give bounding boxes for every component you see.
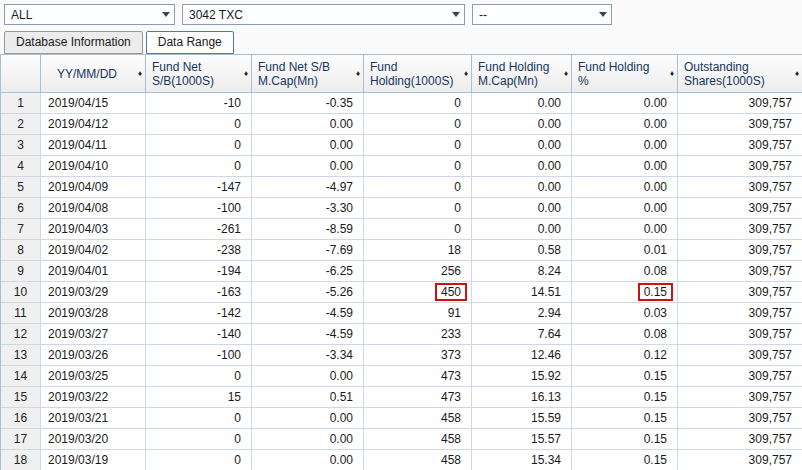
cell-fund_holding_mcap: 0.00: [472, 156, 572, 177]
chevron-down-icon[interactable]: [447, 5, 464, 24]
cell-date: 2019/04/10: [41, 156, 146, 177]
cell-fund_holding: 91: [364, 303, 472, 324]
sort-diamond-icon: ♦: [795, 70, 799, 78]
cell-fund_holding: 0: [364, 219, 472, 240]
table-row[interactable]: 32019/04/1100.0000.000.00309,757: [1, 135, 802, 156]
cell-fund_net_sb: -238: [146, 240, 252, 261]
table-row[interactable]: 42019/04/1000.0000.000.00309,757: [1, 156, 802, 177]
table-row[interactable]: 92019/04/01-194-6.252568.240.08309,757: [1, 261, 802, 282]
column-header-fund_holding[interactable]: Fund Holding(1000S)♦: [364, 55, 472, 93]
cell-outstanding_shares: 309,757: [678, 156, 802, 177]
table-row[interactable]: 72019/04/03-261-8.5900.000.00309,757: [1, 219, 802, 240]
security-filter-dropdown[interactable]: 3042 TXC: [182, 4, 465, 25]
cell-fund_holding: 233: [364, 324, 472, 345]
cell-row_number: 16: [1, 408, 41, 429]
table-row[interactable]: 152019/03/22150.5147316.130.15309,757: [1, 387, 802, 408]
cell-fund_net_sb: -261: [146, 219, 252, 240]
table-row[interactable]: 142019/03/2500.0047315.920.15309,757: [1, 366, 802, 387]
cell-fund_holding: 373: [364, 345, 472, 366]
cell-fund_net_sb_mcap: 0.00: [252, 450, 364, 470]
cell-outstanding_shares: 309,757: [678, 135, 802, 156]
table-row[interactable]: 22019/04/1200.0000.000.00309,757: [1, 114, 802, 135]
cell-fund_holding: 0: [364, 135, 472, 156]
cell-fund_holding_pct: 0.00: [572, 198, 678, 219]
cell-fund_holding: 0: [364, 93, 472, 114]
cell-fund_net_sb_mcap: -3.30: [252, 198, 364, 219]
cell-fund_holding_pct: 0.00: [572, 114, 678, 135]
cell-fund_net_sb_mcap: -5.26: [252, 282, 364, 303]
column-header-outstanding_shares[interactable]: Outstanding Shares(1000S)♦: [678, 55, 802, 93]
chevron-down-icon[interactable]: [594, 5, 611, 24]
cell-fund_net_sb: -100: [146, 345, 252, 366]
cell-outstanding_shares: 309,757: [678, 408, 802, 429]
cell-date: 2019/04/09: [41, 177, 146, 198]
cell-outstanding_shares: 309,757: [678, 345, 802, 366]
column-header-fund_net_sb_mcap[interactable]: Fund Net S/B M.Cap(Mn)♦: [252, 55, 364, 93]
cell-fund_net_sb_mcap: 0.00: [252, 135, 364, 156]
cell-outstanding_shares: 309,757: [678, 366, 802, 387]
column-header-label: Fund Holding(1000S): [370, 60, 453, 88]
table-row[interactable]: 82019/04/02-238-7.69180.580.01309,757: [1, 240, 802, 261]
cell-row_number: 10: [1, 282, 41, 303]
column-header-label: Fund Holding %: [578, 60, 649, 88]
cell-row_number: 13: [1, 345, 41, 366]
cell-date: 2019/03/22: [41, 387, 146, 408]
table-row[interactable]: 122019/03/27-140-4.592337.640.08309,757: [1, 324, 802, 345]
table-row[interactable]: 52019/04/09-147-4.9700.000.00309,757: [1, 177, 802, 198]
cell-fund_net_sb_mcap: -4.59: [252, 324, 364, 345]
cell-fund_net_sb_mcap: 0.51: [252, 387, 364, 408]
table-row[interactable]: 112019/03/28-142-4.59912.940.03309,757: [1, 303, 802, 324]
column-header-label: Outstanding Shares(1000S): [684, 60, 765, 88]
cell-row_number: 18: [1, 450, 41, 470]
cell-date: 2019/03/29: [41, 282, 146, 303]
column-header-date[interactable]: YY/MM/DD♦: [41, 55, 146, 93]
cell-fund_net_sb_mcap: -6.25: [252, 261, 364, 282]
cell-fund_holding: 0: [364, 156, 472, 177]
cell-fund_holding_mcap: 14.51: [472, 282, 572, 303]
chevron-down-icon[interactable]: [157, 5, 174, 24]
cell-fund_holding_mcap: 0.00: [472, 198, 572, 219]
cell-fund_net_sb_mcap: 0.00: [252, 114, 364, 135]
cell-fund_holding_mcap: 8.24: [472, 261, 572, 282]
column-header-fund_holding_mcap[interactable]: Fund Holding M.Cap(Mn)♦: [472, 55, 572, 93]
cell-row_number: 3: [1, 135, 41, 156]
cell-fund_holding: 473: [364, 366, 472, 387]
table-row[interactable]: 102019/03/29-163-5.2645014.510.15309,757: [1, 282, 802, 303]
cell-fund_holding: 458: [364, 408, 472, 429]
cell-date: 2019/03/26: [41, 345, 146, 366]
cell-fund_holding_mcap: 15.34: [472, 450, 572, 470]
cell-fund_net_sb: 0: [146, 429, 252, 450]
table-row[interactable]: 162019/03/2100.0045815.590.15309,757: [1, 408, 802, 429]
cell-fund_net_sb: 0: [146, 408, 252, 429]
tab-database-information[interactable]: Database Information: [4, 31, 143, 54]
column-header-fund_net_sb[interactable]: Fund Net S/B(1000S)♦: [146, 55, 252, 93]
cell-outstanding_shares: 309,757: [678, 219, 802, 240]
table-row[interactable]: 132019/03/26-100-3.3437312.460.12309,757: [1, 345, 802, 366]
cell-fund_net_sb: -140: [146, 324, 252, 345]
market-filter-dropdown[interactable]: ALL: [4, 4, 175, 25]
table-row[interactable]: 62019/04/08-100-3.3000.000.00309,757: [1, 198, 802, 219]
cell-row_number: 14: [1, 366, 41, 387]
cell-date: 2019/03/27: [41, 324, 146, 345]
cell-fund_holding_pct: 0.15: [572, 408, 678, 429]
cell-fund_holding_mcap: 0.00: [472, 177, 572, 198]
table-row[interactable]: 172019/03/2000.0045815.570.15309,757: [1, 429, 802, 450]
cell-fund_net_sb: 0: [146, 114, 252, 135]
cell-fund_holding_mcap: 0.00: [472, 135, 572, 156]
cell-fund_holding: 458: [364, 450, 472, 470]
cell-row_number: 11: [1, 303, 41, 324]
table-row[interactable]: 182019/03/1900.0045815.340.15309,757: [1, 450, 802, 470]
cell-fund_holding: 0: [364, 198, 472, 219]
tab-label: Data Range: [158, 35, 222, 49]
cell-outstanding_shares: 309,757: [678, 303, 802, 324]
cell-fund_net_sb_mcap: -7.69: [252, 240, 364, 261]
cell-row_number: 1: [1, 93, 41, 114]
tab-data-range[interactable]: Data Range: [146, 31, 234, 54]
extra-filter-dropdown[interactable]: --: [472, 4, 612, 25]
cell-row_number: 9: [1, 261, 41, 282]
cell-outstanding_shares: 309,757: [678, 240, 802, 261]
cell-fund_holding_pct: 0.12: [572, 345, 678, 366]
column-header-fund_holding_pct[interactable]: Fund Holding %♦: [572, 55, 678, 93]
table-row[interactable]: 12019/04/15-10-0.3500.000.00309,757: [1, 93, 802, 114]
cell-date: 2019/03/25: [41, 366, 146, 387]
